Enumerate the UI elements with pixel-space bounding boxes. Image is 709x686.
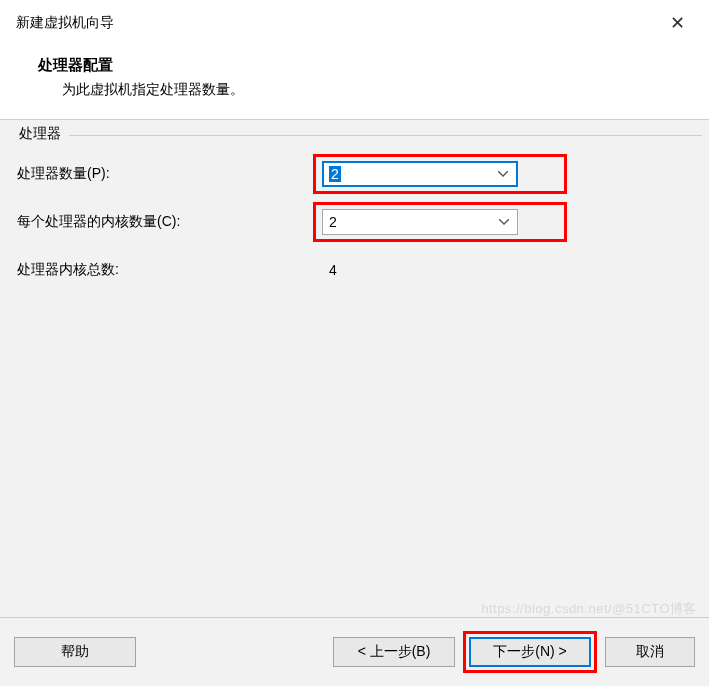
content-area: 处理器 处理器数量(P): 2 每个处理器的内核数量(C): <box>0 120 709 617</box>
highlight-processor-count: 2 <box>313 154 567 194</box>
close-icon[interactable]: ✕ <box>662 10 693 36</box>
back-button[interactable]: < 上一步(B) <box>333 637 455 667</box>
wizard-header: 处理器配置 为此虚拟机指定处理器数量。 <box>0 42 709 119</box>
page-subtitle: 为此虚拟机指定处理器数量。 <box>62 81 693 99</box>
cores-per-processor-value: 2 <box>329 214 337 230</box>
cancel-button[interactable]: 取消 <box>605 637 695 667</box>
group-divider <box>69 135 702 136</box>
highlight-cores-per-processor: 2 <box>313 202 567 242</box>
chevron-down-icon <box>499 219 509 225</box>
total-cores-label: 处理器内核总数: <box>13 261 313 279</box>
processor-group: 处理器 处理器数量(P): 2 每个处理器的内核数量(C): <box>6 126 703 611</box>
processor-count-label: 处理器数量(P): <box>13 165 313 183</box>
next-button[interactable]: 下一步(N) > <box>469 637 591 667</box>
row-processor-count: 处理器数量(P): 2 <box>13 156 702 192</box>
row-cores-per-processor: 每个处理器的内核数量(C): 2 <box>13 204 702 240</box>
group-label: 处理器 <box>15 125 65 143</box>
help-button[interactable]: 帮助 <box>14 637 136 667</box>
titlebar: 新建虚拟机向导 ✕ <box>0 0 709 42</box>
window-title: 新建虚拟机向导 <box>16 14 114 32</box>
processor-count-dropdown[interactable]: 2 <box>322 161 518 187</box>
row-total-cores: 处理器内核总数: 4 <box>13 252 702 288</box>
chevron-down-icon <box>498 171 508 177</box>
total-cores-value: 4 <box>313 262 337 278</box>
cores-per-processor-dropdown[interactable]: 2 <box>322 209 518 235</box>
processor-count-value: 2 <box>329 166 341 182</box>
button-bar: 帮助 < 上一步(B) 下一步(N) > 取消 <box>0 617 709 686</box>
cores-per-processor-label: 每个处理器的内核数量(C): <box>13 213 313 231</box>
page-title: 处理器配置 <box>38 56 693 75</box>
highlight-next-button: 下一步(N) > <box>463 631 597 673</box>
